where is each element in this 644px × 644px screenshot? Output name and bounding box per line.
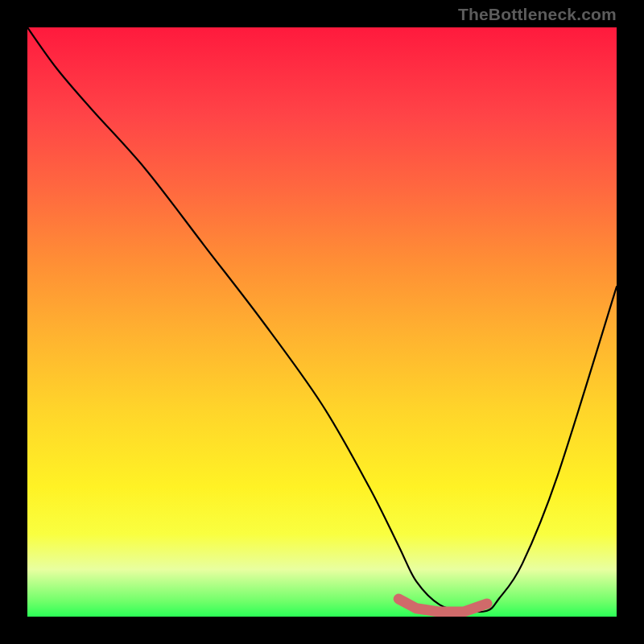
chart-frame [27,27,617,617]
watermark-text: TheBottleneck.com [458,5,617,24]
chart-svg [27,27,617,617]
optimal-range-marker [398,599,487,612]
bottleneck-curve [27,27,617,612]
